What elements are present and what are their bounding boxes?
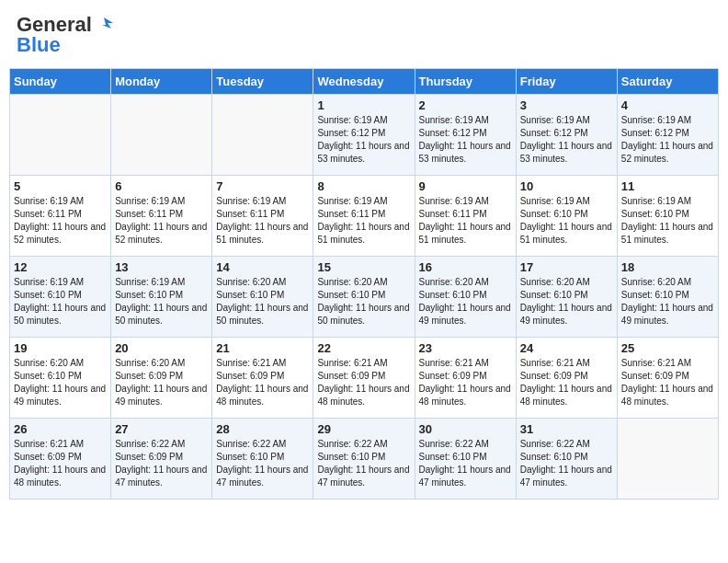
calendar-cell: 28Sunrise: 6:22 AM Sunset: 6:10 PM Dayli… xyxy=(212,419,313,500)
day-info: Sunrise: 6:19 AM Sunset: 6:11 PM Dayligh… xyxy=(115,195,208,247)
calendar-cell: 21Sunrise: 6:21 AM Sunset: 6:09 PM Dayli… xyxy=(212,338,313,419)
calendar-cell: 24Sunrise: 6:21 AM Sunset: 6:09 PM Dayli… xyxy=(516,338,617,419)
calendar-cell: 6Sunrise: 6:19 AM Sunset: 6:11 PM Daylig… xyxy=(111,176,212,257)
day-info: Sunrise: 6:22 AM Sunset: 6:10 PM Dayligh… xyxy=(419,438,512,489)
day-info: Sunrise: 6:20 AM Sunset: 6:10 PM Dayligh… xyxy=(621,276,714,327)
day-info: Sunrise: 6:19 AM Sunset: 6:11 PM Dayligh… xyxy=(419,195,512,247)
calendar-cell: 26Sunrise: 6:21 AM Sunset: 6:09 PM Dayli… xyxy=(10,419,111,500)
day-number: 20 xyxy=(115,341,208,355)
calendar-cell xyxy=(212,95,313,176)
calendar-cell xyxy=(10,95,111,176)
day-number: 29 xyxy=(317,422,410,436)
day-number: 26 xyxy=(14,422,107,436)
day-number: 6 xyxy=(115,179,208,193)
day-info: Sunrise: 6:19 AM Sunset: 6:10 PM Dayligh… xyxy=(621,195,714,247)
day-info: Sunrise: 6:21 AM Sunset: 6:09 PM Dayligh… xyxy=(317,357,410,408)
day-info: Sunrise: 6:20 AM Sunset: 6:09 PM Dayligh… xyxy=(115,357,208,408)
day-number: 5 xyxy=(14,179,107,193)
calendar-cell: 17Sunrise: 6:20 AM Sunset: 6:10 PM Dayli… xyxy=(516,257,617,338)
day-number: 19 xyxy=(14,341,107,355)
day-number: 17 xyxy=(520,260,613,274)
day-info: Sunrise: 6:21 AM Sunset: 6:09 PM Dayligh… xyxy=(621,357,714,408)
calendar-cell: 23Sunrise: 6:21 AM Sunset: 6:09 PM Dayli… xyxy=(415,338,516,419)
calendar-week-row: 26Sunrise: 6:21 AM Sunset: 6:09 PM Dayli… xyxy=(10,419,719,500)
calendar-cell: 16Sunrise: 6:20 AM Sunset: 6:10 PM Dayli… xyxy=(415,257,516,338)
day-info: Sunrise: 6:19 AM Sunset: 6:12 PM Dayligh… xyxy=(520,114,613,166)
calendar-cell: 13Sunrise: 6:19 AM Sunset: 6:10 PM Dayli… xyxy=(111,257,212,338)
calendar-cell: 15Sunrise: 6:20 AM Sunset: 6:10 PM Dayli… xyxy=(313,257,415,338)
day-number: 11 xyxy=(621,179,714,193)
day-number: 8 xyxy=(317,179,410,193)
day-info: Sunrise: 6:22 AM Sunset: 6:10 PM Dayligh… xyxy=(520,438,613,489)
day-info: Sunrise: 6:19 AM Sunset: 6:10 PM Dayligh… xyxy=(14,276,107,327)
day-number: 13 xyxy=(115,260,208,274)
calendar-week-row: 1Sunrise: 6:19 AM Sunset: 6:12 PM Daylig… xyxy=(10,95,719,176)
day-number: 14 xyxy=(216,260,309,274)
calendar-cell: 1Sunrise: 6:19 AM Sunset: 6:12 PM Daylig… xyxy=(313,95,415,176)
day-info: Sunrise: 6:20 AM Sunset: 6:10 PM Dayligh… xyxy=(520,276,613,327)
calendar-table: SundayMondayTuesdayWednesdayThursdayFrid… xyxy=(9,68,719,500)
calendar-cell: 4Sunrise: 6:19 AM Sunset: 6:12 PM Daylig… xyxy=(617,95,718,176)
logo-blue-text: Blue xyxy=(17,33,61,57)
weekday-header-monday: Monday xyxy=(111,69,212,95)
day-info: Sunrise: 6:22 AM Sunset: 6:10 PM Dayligh… xyxy=(317,438,410,489)
calendar-cell: 31Sunrise: 6:22 AM Sunset: 6:10 PM Dayli… xyxy=(516,419,617,500)
day-info: Sunrise: 6:19 AM Sunset: 6:12 PM Dayligh… xyxy=(317,114,410,166)
day-number: 23 xyxy=(419,341,512,355)
day-info: Sunrise: 6:19 AM Sunset: 6:11 PM Dayligh… xyxy=(216,195,309,247)
calendar-cell: 11Sunrise: 6:19 AM Sunset: 6:10 PM Dayli… xyxy=(617,176,718,257)
calendar-cell: 25Sunrise: 6:21 AM Sunset: 6:09 PM Dayli… xyxy=(617,338,718,419)
day-number: 24 xyxy=(520,341,613,355)
calendar-cell: 2Sunrise: 6:19 AM Sunset: 6:12 PM Daylig… xyxy=(415,95,516,176)
day-number: 22 xyxy=(317,341,410,355)
calendar-cell: 3Sunrise: 6:19 AM Sunset: 6:12 PM Daylig… xyxy=(516,95,617,176)
calendar-cell: 5Sunrise: 6:19 AM Sunset: 6:11 PM Daylig… xyxy=(10,176,111,257)
calendar-cell: 22Sunrise: 6:21 AM Sunset: 6:09 PM Dayli… xyxy=(313,338,415,419)
calendar-week-row: 19Sunrise: 6:20 AM Sunset: 6:10 PM Dayli… xyxy=(10,338,719,419)
day-number: 21 xyxy=(216,341,309,355)
page-header: General Blue xyxy=(9,9,719,61)
weekday-header-wednesday: Wednesday xyxy=(313,69,415,95)
day-number: 12 xyxy=(14,260,107,274)
day-info: Sunrise: 6:21 AM Sunset: 6:09 PM Dayligh… xyxy=(419,357,512,408)
calendar-week-row: 12Sunrise: 6:19 AM Sunset: 6:10 PM Dayli… xyxy=(10,257,719,338)
day-number: 27 xyxy=(115,422,208,436)
day-info: Sunrise: 6:22 AM Sunset: 6:09 PM Dayligh… xyxy=(115,438,208,489)
day-info: Sunrise: 6:19 AM Sunset: 6:10 PM Dayligh… xyxy=(520,195,613,247)
day-info: Sunrise: 6:20 AM Sunset: 6:10 PM Dayligh… xyxy=(419,276,512,327)
weekday-header-thursday: Thursday xyxy=(415,69,516,95)
svg-marker-0 xyxy=(102,17,113,29)
weekday-header-saturday: Saturday xyxy=(617,69,718,95)
weekday-header-row: SundayMondayTuesdayWednesdayThursdayFrid… xyxy=(10,69,719,95)
day-info: Sunrise: 6:19 AM Sunset: 6:10 PM Dayligh… xyxy=(115,276,208,327)
calendar-cell: 10Sunrise: 6:19 AM Sunset: 6:10 PM Dayli… xyxy=(516,176,617,257)
calendar-cell: 20Sunrise: 6:20 AM Sunset: 6:09 PM Dayli… xyxy=(111,338,212,419)
day-info: Sunrise: 6:20 AM Sunset: 6:10 PM Dayligh… xyxy=(216,276,309,327)
day-number: 28 xyxy=(216,422,309,436)
day-number: 7 xyxy=(216,179,309,193)
calendar-cell: 12Sunrise: 6:19 AM Sunset: 6:10 PM Dayli… xyxy=(10,257,111,338)
calendar-cell: 19Sunrise: 6:20 AM Sunset: 6:10 PM Dayli… xyxy=(10,338,111,419)
day-number: 18 xyxy=(621,260,714,274)
day-info: Sunrise: 6:20 AM Sunset: 6:10 PM Dayligh… xyxy=(14,357,107,408)
calendar-cell xyxy=(617,419,718,500)
calendar-cell: 9Sunrise: 6:19 AM Sunset: 6:11 PM Daylig… xyxy=(415,176,516,257)
calendar-cell: 30Sunrise: 6:22 AM Sunset: 6:10 PM Dayli… xyxy=(415,419,516,500)
calendar-week-row: 5Sunrise: 6:19 AM Sunset: 6:11 PM Daylig… xyxy=(10,176,719,257)
calendar-cell xyxy=(111,95,212,176)
day-info: Sunrise: 6:21 AM Sunset: 6:09 PM Dayligh… xyxy=(14,438,107,489)
day-number: 15 xyxy=(317,260,410,274)
calendar-cell: 27Sunrise: 6:22 AM Sunset: 6:09 PM Dayli… xyxy=(111,419,212,500)
day-number: 25 xyxy=(621,341,714,355)
day-number: 16 xyxy=(419,260,512,274)
day-info: Sunrise: 6:19 AM Sunset: 6:11 PM Dayligh… xyxy=(317,195,410,247)
weekday-header-sunday: Sunday xyxy=(10,69,111,95)
day-number: 9 xyxy=(419,179,512,193)
calendar-cell: 14Sunrise: 6:20 AM Sunset: 6:10 PM Dayli… xyxy=(212,257,313,338)
weekday-header-friday: Friday xyxy=(516,69,617,95)
day-number: 3 xyxy=(520,98,613,112)
logo: General Blue xyxy=(17,13,115,57)
day-number: 10 xyxy=(520,179,613,193)
day-info: Sunrise: 6:21 AM Sunset: 6:09 PM Dayligh… xyxy=(216,357,309,408)
calendar-cell: 8Sunrise: 6:19 AM Sunset: 6:11 PM Daylig… xyxy=(313,176,415,257)
